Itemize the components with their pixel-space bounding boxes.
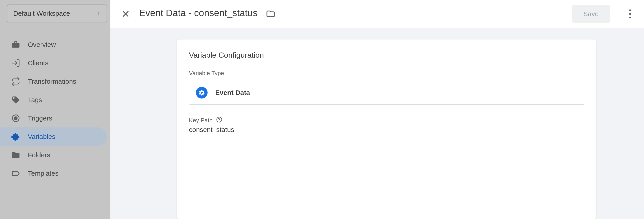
sidebar-item-label: Clients bbox=[28, 59, 48, 67]
sidebar: CURRENT WORKSPACE Default Workspace Over… bbox=[0, 0, 110, 219]
puzzle-icon bbox=[11, 132, 20, 141]
move-to-folder-button[interactable] bbox=[265, 8, 276, 19]
sidebar-item-label: Triggers bbox=[28, 114, 52, 122]
workspace-section-label: CURRENT WORKSPACE bbox=[7, 0, 107, 1]
svg-point-7 bbox=[629, 16, 631, 18]
sidebar-nav: Overview Clients Transformations Tags Tr… bbox=[7, 36, 107, 183]
help-icon[interactable] bbox=[216, 116, 222, 124]
tag-icon bbox=[11, 95, 20, 104]
sidebar-item-clients[interactable]: Clients bbox=[0, 54, 107, 72]
save-button[interactable]: Save bbox=[572, 5, 610, 23]
variable-type-value: Event Data bbox=[215, 89, 250, 96]
sidebar-item-label: Tags bbox=[28, 96, 42, 104]
login-icon bbox=[11, 58, 20, 68]
sidebar-item-folders[interactable]: Folders bbox=[0, 146, 107, 164]
sidebar-item-variables[interactable]: Variables bbox=[0, 128, 107, 146]
sidebar-item-label: Templates bbox=[28, 170, 58, 177]
variable-type-label: Variable Type bbox=[189, 70, 584, 77]
editor-body: Variable Configuration Variable Type Eve… bbox=[110, 28, 644, 219]
key-path-value: consent_status bbox=[189, 126, 584, 134]
workspace-selector[interactable]: Default Workspace bbox=[7, 4, 107, 22]
sidebar-item-label: Folders bbox=[28, 151, 50, 159]
sidebar-item-label: Variables bbox=[28, 133, 56, 140]
editor-topbar: Save bbox=[110, 0, 644, 28]
card-title: Variable Configuration bbox=[189, 51, 584, 60]
sidebar-item-triggers[interactable]: Triggers bbox=[0, 109, 107, 128]
transform-icon bbox=[11, 77, 20, 86]
sidebar-item-tags[interactable]: Tags bbox=[0, 91, 107, 109]
variable-type-selector[interactable]: Event Data bbox=[189, 81, 584, 104]
sidebar-item-label: Overview bbox=[28, 41, 56, 48]
template-icon bbox=[11, 169, 20, 178]
svg-point-9 bbox=[219, 121, 220, 122]
sidebar-item-templates[interactable]: Templates bbox=[0, 164, 107, 183]
svg-point-6 bbox=[629, 13, 631, 15]
svg-point-2 bbox=[14, 117, 17, 120]
chevron-right-icon bbox=[96, 11, 101, 16]
close-button[interactable] bbox=[120, 8, 132, 20]
variable-title-input[interactable] bbox=[139, 8, 258, 20]
sidebar-item-overview[interactable]: Overview bbox=[0, 36, 107, 54]
workspace-name: Default Workspace bbox=[13, 10, 70, 17]
main-panel: Save Variable Configuration Variable Typ… bbox=[110, 0, 644, 219]
target-icon bbox=[11, 114, 20, 123]
more-menu-button[interactable] bbox=[624, 8, 636, 20]
sidebar-item-transformations[interactable]: Transformations bbox=[0, 72, 107, 91]
svg-point-5 bbox=[629, 10, 631, 11]
briefcase-icon bbox=[11, 40, 20, 49]
key-path-label: Key Path bbox=[189, 116, 584, 124]
key-path-label-text: Key Path bbox=[189, 117, 213, 124]
folder-icon bbox=[11, 150, 20, 160]
gear-icon bbox=[196, 87, 208, 98]
variable-config-card: Variable Configuration Variable Type Eve… bbox=[177, 40, 596, 219]
sidebar-item-label: Transformations bbox=[28, 78, 76, 85]
